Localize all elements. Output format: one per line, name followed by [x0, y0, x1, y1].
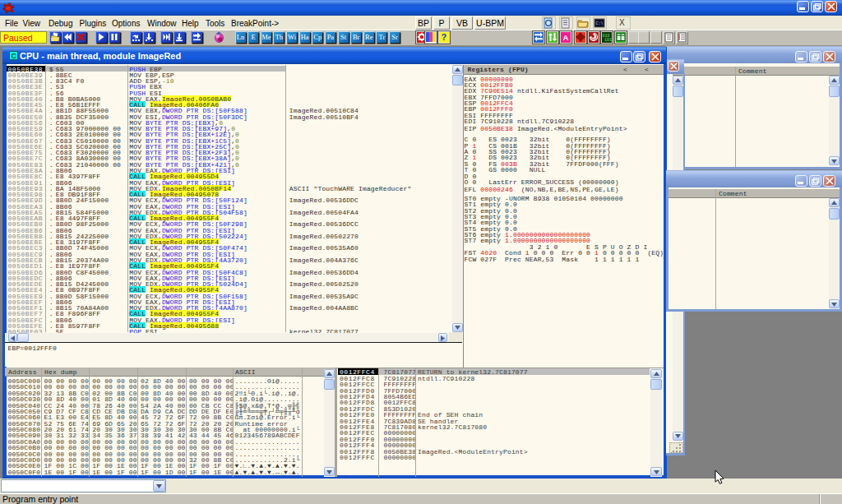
- svg-text:101: 101: [604, 38, 612, 42]
- svg-text:A: A: [563, 33, 569, 42]
- svg-text:?: ?: [442, 32, 447, 42]
- svg-text:C:\: C:\: [596, 21, 604, 26]
